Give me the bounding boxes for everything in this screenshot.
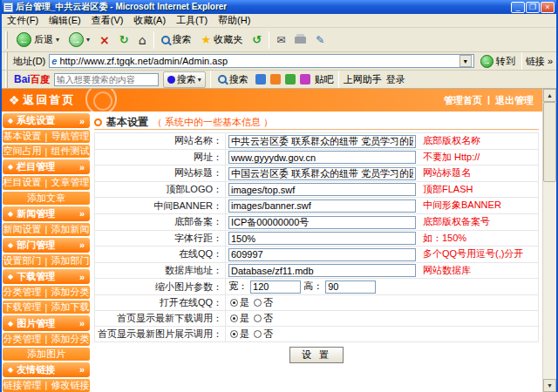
sidebar-item-download-manage[interactable]: 下载管理 xyxy=(3,301,42,314)
admin-home-link[interactable]: 管理首页 xyxy=(444,94,482,107)
baidu-web-search-button[interactable]: 搜索 xyxy=(215,71,251,88)
forward-dropdown-icon[interactable]: ▾ xyxy=(86,36,90,44)
baidu-search-button[interactable]: 搜索 ▾ xyxy=(163,71,206,88)
refresh-button[interactable]: ↻ xyxy=(117,31,132,48)
sidebar-section-news[interactable]: ◆新闻管理» xyxy=(3,206,90,221)
chevrons-icon: » xyxy=(79,364,85,375)
search-button[interactable]: 搜索 xyxy=(159,31,194,48)
search-label: 搜索 xyxy=(173,33,192,46)
sidebar-item-news-settings[interactable]: 新闻设置 xyxy=(3,223,42,236)
radio-yes-label: 是 xyxy=(240,297,249,308)
sidebar-item-image-category-manage[interactable]: 分类管理 xyxy=(3,333,42,346)
back-button[interactable]: ← 后退 ▾ xyxy=(14,30,62,49)
thumb-height-label: 高： xyxy=(303,280,323,291)
sidebar-item-add-department[interactable]: 添加部门 xyxy=(51,254,89,267)
sidebar-item-link-manage[interactable]: 链接管理 xyxy=(3,379,42,392)
section-label: 下载管理 xyxy=(17,270,55,283)
sidebar-item-add-image[interactable]: 添加图片 xyxy=(27,348,65,361)
site-logo[interactable]: ❖ 返回首页 xyxy=(2,92,76,108)
show-downloads-no-radio[interactable] xyxy=(254,314,262,322)
menu-edit[interactable]: 编辑(E) xyxy=(49,14,81,27)
online-qq-field[interactable] xyxy=(228,248,416,261)
favorites-button[interactable]: ★ 收藏夹 xyxy=(199,31,246,48)
sidebar-item-image-add-category[interactable]: 添加分类 xyxy=(51,333,89,346)
site-url-field[interactable] xyxy=(228,151,416,164)
top-logo-field[interactable] xyxy=(228,183,416,196)
form-row-qq: 在线QQ： 多个QQ号用逗号(,)分开 xyxy=(95,247,539,263)
sidebar-item-column-settings[interactable]: 栏目设置 xyxy=(3,176,42,189)
sidebar-item-component-test[interactable]: 组件测试 xyxy=(51,145,89,158)
baidu-assistant-link[interactable]: 上网助手 xyxy=(344,73,382,86)
mail-button[interactable]: ✉ xyxy=(274,32,288,48)
sidebar-section-images[interactable]: ◆图片管理» xyxy=(3,315,90,330)
baidu-tool-icon-4[interactable] xyxy=(300,74,310,84)
stop-button[interactable]: × xyxy=(97,31,112,49)
maximize-button[interactable]: ❐ xyxy=(526,2,540,13)
baidu-login-link[interactable]: 登录 xyxy=(386,73,405,86)
sidebar-section-downloads[interactable]: ◆下载管理» xyxy=(3,269,90,284)
baidu-search-input[interactable] xyxy=(54,73,159,86)
links-menu[interactable]: 链接 » xyxy=(526,55,553,68)
address-dropdown-icon[interactable]: ▾ xyxy=(459,55,472,67)
scrollbar-thumb[interactable] xyxy=(543,102,556,182)
thumb-width-field[interactable] xyxy=(250,280,301,294)
links-chevron-icon: » xyxy=(548,56,553,66)
forward-button[interactable]: → ▾ xyxy=(66,30,92,49)
show-downloads-yes-radio[interactable] xyxy=(230,314,238,322)
sidebar-item-article-manage[interactable]: 文章管理 xyxy=(51,176,89,189)
show-images-yes-radio[interactable] xyxy=(230,330,238,338)
menu-favorites[interactable]: 收藏(A) xyxy=(133,14,166,27)
site-name-field[interactable] xyxy=(228,135,416,148)
print-button[interactable] xyxy=(292,35,309,45)
sidebar-item-edit-link[interactable]: 修改链接 xyxy=(51,379,89,392)
logout-link[interactable]: 退出管理 xyxy=(495,94,534,107)
sidebar-item-add-download[interactable]: 添加下载 xyxy=(51,301,89,314)
submit-button[interactable]: 设 置 xyxy=(289,347,344,363)
baidu-tool-icon-1[interactable] xyxy=(255,74,266,84)
line-height-field[interactable] xyxy=(228,232,416,245)
baidu-tool-icon-2[interactable] xyxy=(270,74,281,84)
sidebar-item-add-news[interactable]: 添加新闻 xyxy=(51,223,89,236)
scrollbar-track[interactable] xyxy=(543,102,556,379)
icp-field[interactable] xyxy=(228,216,416,229)
site-title-field[interactable] xyxy=(228,167,416,180)
history-button[interactable]: ↺ xyxy=(249,31,264,48)
baidu-tieba-link[interactable]: 贴吧 xyxy=(315,73,334,86)
close-button[interactable]: × xyxy=(541,2,555,13)
sidebar-item-basic-settings[interactable]: 基本设置 xyxy=(3,130,42,143)
thumb-height-field[interactable] xyxy=(325,280,376,294)
vertical-scrollbar[interactable]: ▲ ▼ xyxy=(542,89,556,392)
sidebar-section-departments[interactable]: ◆部门管理» xyxy=(3,238,90,253)
minimize-button[interactable]: _ xyxy=(511,2,525,13)
database-path-field[interactable] xyxy=(228,264,416,277)
menu-view[interactable]: 查看(V) xyxy=(92,14,124,27)
menu-file[interactable]: 文件(F) xyxy=(7,14,38,27)
open-qq-yes-radio[interactable] xyxy=(230,299,238,307)
home-button[interactable]: ⌂ xyxy=(136,31,149,49)
scroll-down-icon[interactable]: ▼ xyxy=(543,379,556,392)
edit-button[interactable]: ✎ xyxy=(313,32,327,48)
menu-help[interactable]: 帮助(H) xyxy=(218,14,250,27)
toolbar-grip xyxy=(5,31,8,49)
field-hint: 不要加 Http:// xyxy=(423,152,480,162)
sidebar-item-space-usage[interactable]: 空间占用 xyxy=(3,145,42,158)
middle-banner-field[interactable] xyxy=(228,199,416,213)
back-dropdown-icon[interactable]: ▾ xyxy=(56,36,59,44)
address-input[interactable] xyxy=(59,55,456,67)
scroll-up-icon[interactable]: ▲ xyxy=(543,89,556,102)
open-qq-no-radio[interactable] xyxy=(254,299,262,307)
sidebar-section-links[interactable]: ◆友情链接» xyxy=(3,362,90,377)
sidebar-item-nav-manage[interactable]: 导航管理 xyxy=(51,130,89,143)
baidu-tool-icon-3[interactable] xyxy=(285,74,296,84)
menu-tools[interactable]: 工具(T) xyxy=(176,14,208,27)
sidebar-section-system[interactable]: ◆系统设置» xyxy=(3,113,90,128)
sidebar-item-add-article[interactable]: 添加文章 xyxy=(27,192,65,205)
baidu-logo-text1: Bai xyxy=(14,73,31,85)
go-button[interactable]: → 转到 xyxy=(478,53,518,70)
show-images-no-radio[interactable] xyxy=(254,330,262,338)
sidebar-section-columns[interactable]: ◆栏目管理» xyxy=(3,159,90,174)
sidebar-item-category-manage[interactable]: 分类管理 xyxy=(3,286,42,299)
sidebar-item-set-department[interactable]: 设置部门 xyxy=(3,254,42,267)
baidu-search-dropdown-icon[interactable]: ▾ xyxy=(198,76,201,84)
sidebar-item-add-category[interactable]: 添加分类 xyxy=(51,286,89,299)
